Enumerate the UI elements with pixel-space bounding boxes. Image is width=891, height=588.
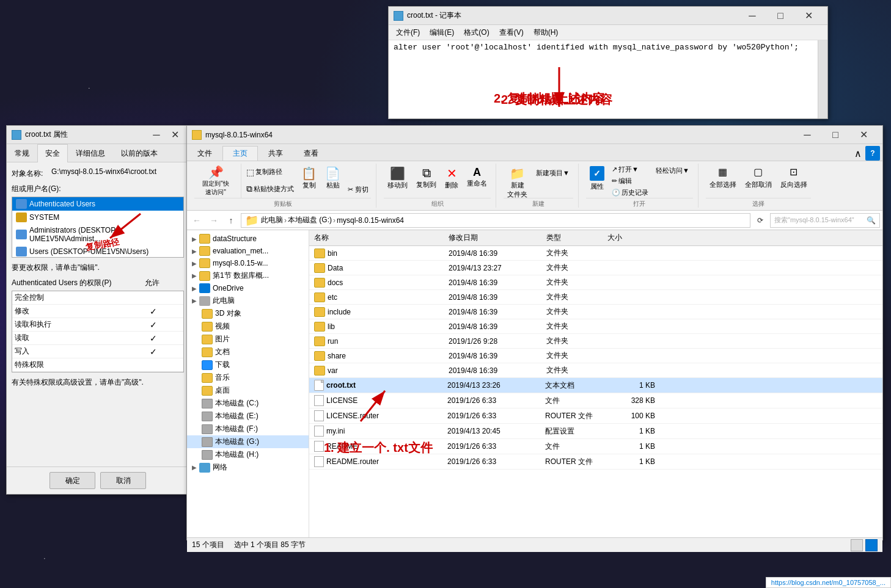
- file-row-readme[interactable]: README 2019/1/26 6:33 文件 1 KB: [309, 439, 882, 454]
- search-box[interactable]: 搜索"mysql-8.0.15-winx64" 🔍: [770, 213, 880, 228]
- sidebar-tree[interactable]: ▶ dataStructure ▶ evaluation_met... ▶ my…: [187, 230, 309, 537]
- ribbon-collapse[interactable]: ∧: [851, 146, 865, 161]
- cancel-button[interactable]: 取消: [100, 472, 146, 489]
- cut-button[interactable]: ✂ 剪切: [345, 181, 371, 198]
- file-row-myini[interactable]: my.ini 2019/4/13 20:45 配置设置 1 KB: [309, 424, 882, 439]
- copy-to-button[interactable]: ⧉ 复制到: [413, 164, 440, 198]
- new-folder-button[interactable]: 📁 新建文件夹: [504, 164, 531, 198]
- tab-previous[interactable]: 以前的版本: [113, 144, 166, 162]
- view-detail-btn[interactable]: [865, 539, 878, 551]
- tree-eval[interactable]: ▶ evaluation_met...: [187, 245, 309, 257]
- file-row-lib[interactable]: lib 2019/4/8 16:39 文件夹: [309, 319, 882, 334]
- history-button[interactable]: 🕐 历史记录: [609, 187, 651, 198]
- props-minimize[interactable]: ─: [147, 126, 166, 143]
- edit-button[interactable]: ✏ 编辑: [609, 175, 651, 186]
- pin-button[interactable]: 📌 固定到"快速访问": [194, 164, 237, 198]
- tree-drive-f[interactable]: 本地磁盘 (F:): [187, 423, 309, 435]
- file-row-license-router[interactable]: LICENSE.router 2019/1/26 6:33 ROUTER 文件 …: [309, 408, 882, 424]
- addr-pc[interactable]: 此电脑: [261, 215, 283, 225]
- tree-thispc[interactable]: ▶ 此电脑: [187, 294, 309, 307]
- file-row-include[interactable]: include 2019/4/8 16:39 文件夹: [309, 305, 882, 319]
- file-row-etc[interactable]: etc 2019/4/8 16:39 文件夹: [309, 290, 882, 305]
- addr-folder[interactable]: mysql-8.0.15-winx64: [337, 216, 404, 225]
- move-to-button[interactable]: ⬛ 移动到: [384, 164, 411, 198]
- close-button[interactable]: ✕: [794, 7, 823, 25]
- paste-shortcut-button[interactable]: ⧉ 粘贴快捷方式: [244, 181, 296, 197]
- exp-maximize[interactable]: □: [821, 126, 849, 144]
- ribbon-tab-view[interactable]: 查看: [293, 146, 329, 161]
- tree-desktop[interactable]: 桌面: [187, 384, 309, 397]
- user-authenticated[interactable]: Authenticated Users: [12, 197, 183, 211]
- select-all-button[interactable]: ▦ 全部选择: [706, 164, 740, 198]
- menu-format[interactable]: 格式(O): [459, 26, 494, 39]
- tab-security[interactable]: 安全: [37, 144, 68, 162]
- group-list[interactable]: Authenticated Users SYSTEM Administrator…: [12, 197, 184, 258]
- exp-close[interactable]: ✕: [849, 126, 878, 144]
- tree-dl[interactable]: 下载: [187, 358, 309, 371]
- props-close[interactable]: ✕: [166, 126, 184, 143]
- up-button[interactable]: ↑: [224, 213, 238, 228]
- menu-edit[interactable]: 编辑(E): [425, 26, 459, 39]
- col-name[interactable]: 名称: [314, 233, 449, 243]
- menu-view[interactable]: 查看(V): [494, 26, 529, 39]
- tree-docs[interactable]: 文档: [187, 346, 309, 358]
- tree-drive-e[interactable]: 本地磁盘 (E:): [187, 410, 309, 423]
- exp-minimize[interactable]: ─: [793, 126, 821, 144]
- maximize-button[interactable]: □: [766, 7, 794, 25]
- tree-onedrive[interactable]: ▶ OneDrive: [187, 282, 309, 294]
- easy-access-button[interactable]: 轻松访问▼: [652, 164, 693, 198]
- ok-button[interactable]: 确定: [50, 472, 95, 489]
- col-date[interactable]: 修改日期: [449, 233, 546, 243]
- tree-db[interactable]: ▶ 第1节 数据库概...: [187, 269, 309, 282]
- tree-pic[interactable]: 图片: [187, 333, 309, 346]
- tree-datastructure[interactable]: ▶ dataStructure: [187, 233, 309, 245]
- file-row-run[interactable]: run 2019/1/26 9:28 文件夹: [309, 334, 882, 349]
- user-users[interactable]: Users (DESKTOP-UME1V5N\Users): [12, 245, 183, 258]
- help-button[interactable]: ?: [865, 146, 880, 161]
- open-button[interactable]: ↗ 打开▼: [609, 164, 651, 175]
- new-item-button[interactable]: 新建项目▼: [532, 164, 573, 198]
- user-system[interactable]: SYSTEM: [12, 211, 183, 224]
- ribbon-tab-file[interactable]: 文件: [187, 146, 222, 161]
- tree-network[interactable]: ▶ 网络: [187, 461, 309, 474]
- file-row-data[interactable]: Data 2019/4/13 23:27 文件夹: [309, 261, 882, 275]
- file-row-bin[interactable]: bin 2019/4/8 16:39 文件夹: [309, 246, 882, 261]
- file-row-share[interactable]: share 2019/4/8 16:39 文件夹: [309, 349, 882, 363]
- rename-button[interactable]: A 重命名: [463, 164, 491, 198]
- paste-button[interactable]: 📄 粘贴: [321, 164, 344, 198]
- file-row-var[interactable]: var 2019/4/8 16:39 文件夹: [309, 363, 882, 378]
- tree-music[interactable]: 音乐: [187, 371, 309, 384]
- properties-button[interactable]: ✓ 属性: [586, 164, 608, 198]
- user-admin[interactable]: Administrators (DESKTOP-UME1V5N\Administ…: [12, 224, 183, 245]
- view-list-btn[interactable]: [851, 539, 863, 551]
- tree-drive-g[interactable]: 本地磁盘 (G:): [187, 435, 309, 448]
- notepad-scrollbar[interactable]: [818, 40, 827, 118]
- notepad-content[interactable]: alter user 'root'@'localhost' identified…: [389, 40, 827, 118]
- copy-path-button[interactable]: ⬚ 复制路径: [244, 164, 296, 180]
- tab-general[interactable]: 常规: [7, 144, 37, 162]
- minimize-button[interactable]: ─: [738, 7, 766, 25]
- file-row-croot[interactable]: croot.txt 2019/4/13 23:26 文本文档 1 KB: [309, 378, 882, 393]
- tab-details[interactable]: 详细信息: [68, 144, 113, 162]
- file-list[interactable]: 名称 修改日期 类型 大小 bin 2019/4/8 16:39 文件夹 Dat…: [309, 230, 882, 537]
- file-row-docs[interactable]: docs 2019/4/8 16:39 文件夹: [309, 275, 882, 290]
- tree-drive-h[interactable]: 本地磁盘 (H:): [187, 448, 309, 461]
- menu-help[interactable]: 帮助(H): [529, 26, 563, 39]
- tree-drive-c[interactable]: 本地磁盘 (C:): [187, 397, 309, 410]
- tree-video[interactable]: 视频: [187, 320, 309, 333]
- forward-button[interactable]: →: [207, 213, 221, 228]
- addr-drive[interactable]: 本地磁盘 (G:): [288, 215, 332, 225]
- invert-button[interactable]: ⊡ 反向选择: [777, 164, 811, 198]
- deselect-all-button[interactable]: ▢ 全部取消: [741, 164, 776, 198]
- menu-file[interactable]: 文件(F): [391, 26, 425, 39]
- ribbon-tab-home[interactable]: 主页: [222, 146, 258, 161]
- tree-mysql[interactable]: ▶ mysql-8.0.15-w...: [187, 257, 309, 269]
- back-button[interactable]: ←: [189, 213, 204, 228]
- delete-button[interactable]: ✕ 删除: [441, 164, 462, 198]
- address-path[interactable]: 📁 此电脑 › 本地磁盘 (G:) › mysql-8.0.15-winx64: [241, 213, 750, 228]
- file-row-license[interactable]: LICENSE 2019/1/26 6:33 文件 328 KB: [309, 393, 882, 408]
- ribbon-tab-share[interactable]: 共享: [258, 146, 293, 161]
- tree-3d[interactable]: 3D 对象: [187, 307, 309, 320]
- copy-button[interactable]: 📋 复制: [298, 164, 320, 198]
- col-size[interactable]: 大小: [607, 233, 656, 243]
